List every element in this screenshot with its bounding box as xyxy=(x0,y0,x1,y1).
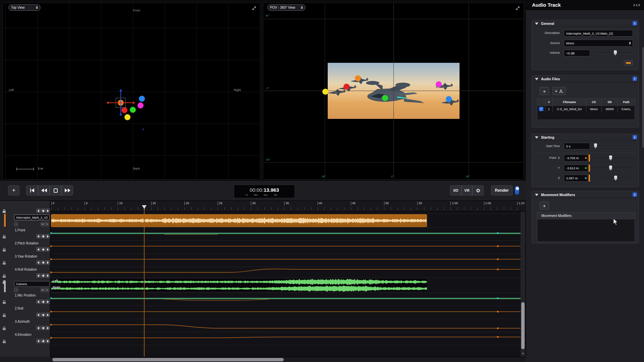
disclosure-triangle-icon[interactable] xyxy=(535,136,538,139)
source-dot-faint[interactable] xyxy=(143,129,144,130)
vr-button[interactable]: VR xyxy=(462,185,472,195)
prev-keyframe-button[interactable] xyxy=(36,234,41,238)
start-time-slider[interactable] xyxy=(594,143,633,148)
audio-file-row[interactable]: ✓ 1 C-5_Jet_Wind_Do Mono 48000 /Users, xyxy=(537,105,635,112)
next-keyframe-button[interactable] xyxy=(46,260,50,265)
settings-button[interactable] xyxy=(472,185,484,195)
add-keyframe-button[interactable] xyxy=(41,300,45,304)
add-audio-file-button[interactable]: + xyxy=(540,87,549,95)
volume-field[interactable]: +0 dB xyxy=(564,50,590,56)
info-icon[interactable]: i xyxy=(633,135,637,139)
rewind-button[interactable] xyxy=(38,185,50,195)
file-enabled-checkbox[interactable]: ✓ xyxy=(539,107,543,111)
top-view-selector[interactable]: Top View xyxy=(8,4,41,11)
scrollbar-thumb[interactable] xyxy=(52,358,284,361)
point-z-field[interactable]: 2.067 m xyxy=(564,175,588,182)
io-button[interactable]: I/O xyxy=(450,185,462,195)
add-track-button[interactable]: + xyxy=(8,185,19,195)
track-name-box[interactable]: Camera xyxy=(14,281,50,287)
prev-keyframe-button[interactable] xyxy=(36,209,41,213)
track-color-button[interactable] xyxy=(624,60,633,65)
lock-icon[interactable] xyxy=(2,300,6,304)
lock-icon[interactable] xyxy=(2,247,6,252)
next-keyframe-button[interactable] xyxy=(46,234,50,238)
start-time-field[interactable]: 0 s xyxy=(564,143,590,149)
disclosure-triangle-icon[interactable] xyxy=(535,22,538,25)
lock-icon[interactable] xyxy=(2,339,6,343)
mute-button[interactable]: M xyxy=(41,222,45,226)
panel-scrollbar[interactable] xyxy=(642,47,644,148)
source-dropdown[interactable]: Mono xyxy=(564,40,633,47)
add-keyframe-button[interactable] xyxy=(41,326,45,330)
next-keyframe-button[interactable] xyxy=(46,339,50,343)
prev-keyframe-button[interactable] xyxy=(36,247,41,252)
info-icon[interactable]: i xyxy=(633,192,637,197)
expand-track-button[interactable]: + xyxy=(14,288,18,292)
lock-icon[interactable] xyxy=(2,326,6,330)
solo-button[interactable]: S xyxy=(45,222,49,226)
zoom-in-icon[interactable]: + xyxy=(521,351,525,355)
lock-icon[interactable] xyxy=(2,313,6,317)
point-y-field[interactable]: -3.612 m xyxy=(564,165,588,172)
fast-forward-button[interactable] xyxy=(61,185,73,195)
horizontal-scrollbar[interactable] xyxy=(50,357,526,362)
automation-lanes[interactable] xyxy=(50,212,526,357)
source-dot-red[interactable] xyxy=(343,84,350,90)
gizmo-y-axis[interactable] xyxy=(120,91,121,114)
expand-viewport-icon[interactable] xyxy=(252,6,257,11)
description-field[interactable]: Interceptor_Mark_2_V2:Main_(2) xyxy=(564,30,633,37)
starting-section-header[interactable]: Starting i xyxy=(532,134,639,141)
lock-icon[interactable] xyxy=(2,234,6,238)
source-dot-red[interactable] xyxy=(121,107,127,113)
next-keyframe-button[interactable] xyxy=(46,209,50,213)
keyframe-dots[interactable] xyxy=(50,232,499,299)
point-x-slider[interactable] xyxy=(594,155,633,161)
add-keyframe-button[interactable] xyxy=(41,260,45,265)
source-dot-orange[interactable] xyxy=(355,75,361,81)
next-keyframe-button[interactable] xyxy=(46,300,50,304)
source-dot-green[interactable] xyxy=(382,95,388,101)
expand-viewport-icon[interactable] xyxy=(515,6,520,11)
add-keyframe-button[interactable] xyxy=(41,339,45,343)
next-keyframe-button[interactable] xyxy=(46,247,50,252)
lock-icon[interactable] xyxy=(2,273,6,278)
add-keyframe-button[interactable] xyxy=(41,209,45,213)
source-dot-magenta[interactable] xyxy=(138,102,144,108)
stop-button[interactable] xyxy=(50,185,61,195)
prev-keyframe-button[interactable] xyxy=(36,300,41,304)
source-dot-yellow[interactable] xyxy=(322,89,328,95)
lock-icon[interactable] xyxy=(2,260,6,265)
movement-section-header[interactable]: Movement Modifiers i xyxy=(532,191,639,198)
disclosure-triangle-icon[interactable] xyxy=(535,78,538,80)
render-toggle[interactable] xyxy=(515,186,520,195)
mute-button[interactable]: M xyxy=(41,288,45,292)
next-keyframe-button[interactable] xyxy=(46,273,50,278)
prev-keyframe-button[interactable] xyxy=(36,260,41,265)
add-modifier-button[interactable]: + xyxy=(540,201,549,210)
lock-icon[interactable] xyxy=(2,209,6,213)
playhead-line[interactable] xyxy=(144,209,145,357)
source-dot-green[interactable] xyxy=(130,107,136,113)
point-x-field[interactable]: -3.705 m xyxy=(564,154,588,162)
add-keyframe-button[interactable] xyxy=(41,273,45,278)
timecode-display[interactable]: 00:00:13.963 Hr Min Sec Ms xyxy=(234,185,295,198)
add-keyframe-button[interactable] xyxy=(41,234,45,238)
volume-slider[interactable] xyxy=(594,50,633,55)
add-keyframe-button[interactable] xyxy=(41,313,45,317)
add-impulse-button[interactable]: + xyxy=(552,87,566,95)
expand-track-button[interactable]: + xyxy=(14,222,18,226)
audio-files-section-header[interactable]: Audio Files i xyxy=(532,76,639,82)
next-keyframe-button[interactable] xyxy=(46,313,50,317)
track-name-box[interactable]: Interceptor_Mark_2_V2 xyxy=(14,215,50,220)
prev-keyframe-button[interactable] xyxy=(36,326,41,330)
prev-keyframe-button[interactable] xyxy=(36,273,41,278)
general-section-header[interactable]: General i xyxy=(532,20,639,27)
add-keyframe-button[interactable] xyxy=(41,247,45,252)
timeline-ruler[interactable]: 05101520253035404550551:001:051:10 xyxy=(50,201,526,212)
point-z-slider[interactable] xyxy=(594,176,633,181)
solo-button[interactable]: S xyxy=(45,288,49,292)
disclosure-triangle-icon[interactable] xyxy=(535,194,538,196)
source-dot-blue[interactable] xyxy=(139,96,145,102)
render-button[interactable]: Render xyxy=(491,185,513,195)
source-dot-yellow[interactable] xyxy=(124,114,130,120)
